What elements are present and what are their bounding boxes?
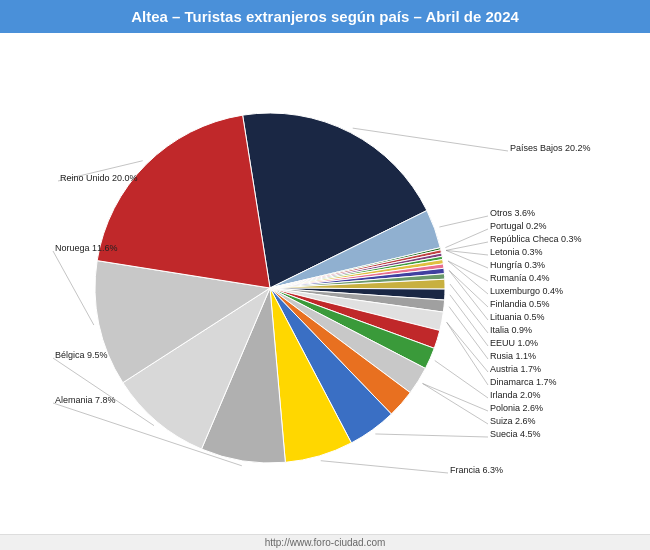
- label-text: Finlandia 0.5%: [490, 299, 550, 309]
- label-line: [446, 250, 488, 268]
- label-line: [423, 383, 488, 411]
- chart-title: Altea – Turistas extranjeros según país …: [0, 0, 650, 33]
- label-line: [353, 128, 508, 151]
- label-text: Luxemburgo 0.4%: [490, 286, 563, 296]
- label-text: Dinamarca 1.7%: [490, 377, 557, 387]
- label-text: Países Bajos 20.2%: [510, 143, 591, 153]
- label-line: [446, 242, 488, 250]
- label-text: República Checa 0.3%: [490, 234, 582, 244]
- label-text: Reino Unido 20.0%: [60, 173, 138, 183]
- label-line: [321, 461, 448, 473]
- label-text: Austria 1.7%: [490, 364, 541, 374]
- label-line: [450, 295, 488, 346]
- label-line: [449, 307, 488, 359]
- label-line: [435, 361, 488, 398]
- footer-url: http://www.foro-ciudad.com: [0, 534, 650, 550]
- label-line: [448, 261, 488, 281]
- label-text: Otros 3.6%: [490, 208, 535, 218]
- label-line: [447, 322, 488, 385]
- label-line: [439, 216, 488, 227]
- label-line: [375, 434, 488, 437]
- label-text: Noruega 11.6%: [55, 243, 118, 253]
- label-text: Lituania 0.5%: [490, 312, 545, 322]
- label-text: Suecia 4.5%: [490, 429, 541, 439]
- header: Altea – Turistas extranjeros según país …: [0, 0, 650, 33]
- label-text: Hungría 0.3%: [490, 260, 545, 270]
- label-text: Letonia 0.3%: [490, 247, 543, 257]
- label-line: [423, 383, 488, 424]
- label-text: Polonia 2.6%: [490, 403, 543, 413]
- label-text: Bélgica 9.5%: [55, 350, 108, 360]
- label-line: [450, 284, 488, 333]
- pie-chart: Países Bajos 20.2%Otros 3.6%Portugal 0.2…: [0, 33, 650, 523]
- label-line: [445, 229, 488, 248]
- label-line: [53, 251, 94, 325]
- label-text: Italia 0.9%: [490, 325, 532, 335]
- label-text: Rumanía 0.4%: [490, 273, 550, 283]
- label-text: Suiza 2.6%: [490, 416, 536, 426]
- pie-slice: [97, 115, 270, 288]
- label-text: Irlanda 2.0%: [490, 390, 541, 400]
- chart-container: Países Bajos 20.2%Otros 3.6%Portugal 0.2…: [0, 33, 650, 523]
- label-text: Alemania 7.8%: [55, 395, 116, 405]
- label-line: [446, 250, 488, 255]
- label-text: Portugal 0.2%: [490, 221, 547, 231]
- label-line: [447, 322, 488, 372]
- label-text: Francia 6.3%: [450, 465, 503, 475]
- label-text: Rusia 1.1%: [490, 351, 536, 361]
- label-text: EEUU 1.0%: [490, 338, 538, 348]
